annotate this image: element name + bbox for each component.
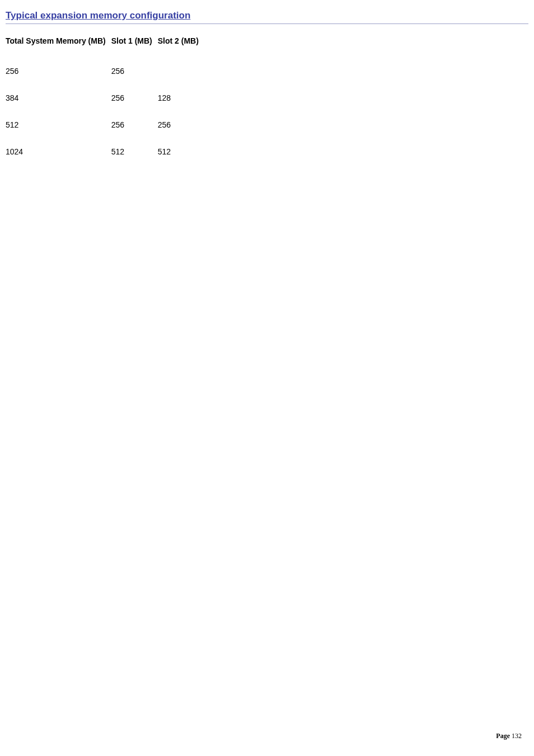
cell-slot1: 256 (111, 58, 158, 84)
cell-slot2 (158, 58, 204, 84)
cell-slot1: 256 (111, 111, 158, 138)
table-header-row: Total System Memory (MB) Slot 1 (MB) Slo… (6, 36, 204, 58)
memory-config-table: Total System Memory (MB) Slot 1 (MB) Slo… (6, 36, 204, 165)
col-header-total: Total System Memory (MB) (6, 36, 111, 58)
cell-slot1: 256 (111, 84, 158, 111)
cell-slot2: 256 (158, 111, 204, 138)
cell-total: 256 (6, 58, 111, 84)
col-header-slot1: Slot 1 (MB) (111, 36, 158, 58)
cell-total: 512 (6, 111, 111, 138)
col-header-slot2: Slot 2 (MB) (158, 36, 204, 58)
table-row: 512 256 256 (6, 111, 204, 138)
cell-slot2: 128 (158, 84, 204, 111)
page-number: 132 (512, 732, 522, 740)
page-label: Page (496, 732, 510, 740)
table-row: 1024 512 512 (6, 138, 204, 165)
cell-slot2: 512 (158, 138, 204, 165)
page-footer: Page 132 (496, 732, 522, 740)
section-heading: Typical expansion memory configuration (6, 10, 528, 24)
cell-total: 1024 (6, 138, 111, 165)
table-row: 256 256 (6, 58, 204, 84)
cell-total: 384 (6, 84, 111, 111)
cell-slot1: 512 (111, 138, 158, 165)
table-row: 384 256 128 (6, 84, 204, 111)
